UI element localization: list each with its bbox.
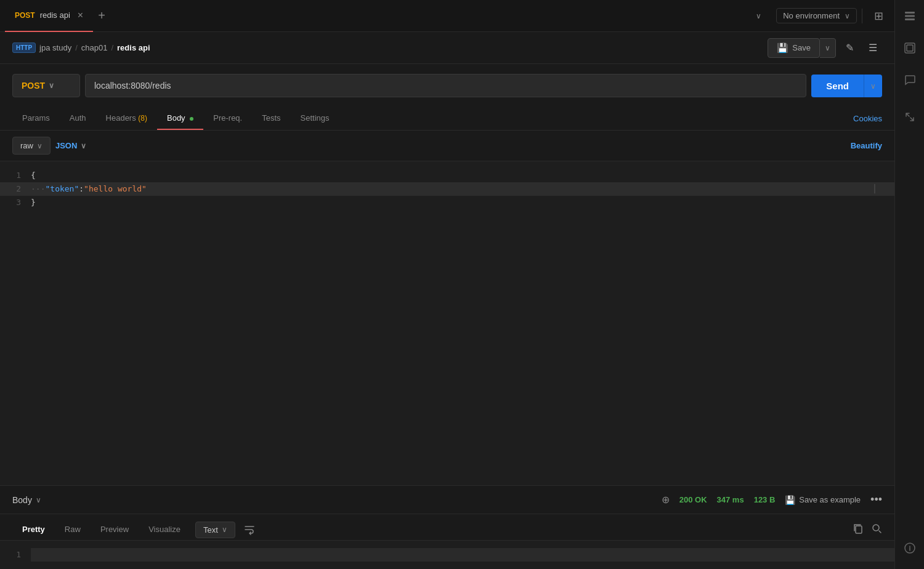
json-value: "hello world" [84,184,147,193]
collection-sidebar-icon[interactable] [899,5,921,27]
line-num-3: 3 [0,196,31,209]
line-content-2: ···"token":"hello world" [31,182,147,196]
raw-selector[interactable]: raw ∨ [12,137,51,155]
response-editor[interactable]: 1 [0,541,894,569]
response-area: Body ∨ ⊕ 200 OK 347 ms 123 B 💾 Save as e… [0,485,894,569]
collection-tab-icon[interactable]: ⊞ [867,5,890,27]
tab-prereq[interactable]: Pre-req. [203,107,252,130]
text-selector[interactable]: Text ∨ [195,522,235,538]
svg-rect-6 [907,45,913,51]
response-line-num-1: 1 [0,548,31,562]
response-body-chevron-icon[interactable]: ∨ [36,496,41,504]
beautify-button[interactable]: Beautify [851,141,882,150]
breadcrumb-current: redis api [117,43,150,52]
breadcrumb-actions: 💾 Save ∨ ✎ ☰ [768,38,882,58]
tab-params[interactable]: Params [12,107,60,130]
tab-dropdown-icon[interactable]: ∨ [756,12,761,20]
json-selector[interactable]: JSON ∨ [55,141,86,150]
save-button[interactable]: 💾 Save [768,38,820,58]
tab-close-icon[interactable]: × [78,10,83,21]
json-chevron-icon: ∨ [81,142,86,150]
breadcrumb-part2: chap01 [81,43,108,52]
text-chevron-icon: ∨ [222,525,227,534]
res-tab-pretty-label: Pretty [22,525,45,534]
res-tab-raw[interactable]: Raw [55,520,91,540]
tab-auth[interactable]: Auth [60,107,96,130]
tab-headers[interactable]: Headers (8) [96,107,157,130]
url-input[interactable] [85,74,806,97]
save-example-label: Save as example [799,495,861,504]
status-time: 347 ms [717,495,744,504]
tab-settings[interactable]: Settings [291,107,339,130]
search-response-button[interactable] [871,523,882,536]
status-size: 123 B [754,495,776,504]
res-tab-preview-label: Preview [100,525,129,534]
code-editor[interactable]: 1 { 2 ···"token":"hello world" │ 3 } [0,161,894,485]
http-badge: HTTP [12,42,36,53]
save-example-button[interactable]: 💾 Save as example [785,495,861,505]
raw-label: raw [20,141,33,150]
tab-add-button[interactable]: + [93,9,110,23]
line-content-3: } [31,196,36,209]
breadcrumb-part1: jpa study [39,43,71,52]
code-line-3: 3 } [0,196,894,209]
tab-body[interactable]: Body [157,107,203,130]
breadcrumb-bar: HTTP jpa study / chap01 / redis api 💾 Sa… [0,32,894,64]
line-num-2: 2 [0,182,31,196]
tab-method: POST [15,11,35,20]
comment-sidebar-icon[interactable] [899,69,921,91]
send-dropdown-button[interactable]: ∨ [864,75,882,97]
method-label: POST [22,81,45,91]
res-tab-visualize-label: Visualize [148,525,180,534]
tab-bar: POST redis api × + ∨ No environment ∨ ⊞ [0,0,894,32]
svg-rect-4 [905,18,915,20]
tab-divider [862,9,862,23]
send-button[interactable]: Send [811,75,864,97]
save-dropdown-button[interactable]: ∨ [820,38,836,58]
main-content: POST redis api × + ∨ No environment ∨ ⊞ … [0,0,894,569]
save-label: Save [792,43,811,52]
method-selector[interactable]: POST ∨ [12,74,80,97]
url-bar: POST ∨ Send ∨ [0,64,894,107]
more-options-button[interactable]: ••• [870,493,882,506]
doc-icon: ☰ [869,42,877,53]
line-content-1: { [31,169,36,182]
save-floppy-icon: 💾 [777,42,788,54]
expand-sidebar-icon[interactable] [899,106,921,128]
response-line-content-1 [31,548,894,562]
wrap-icon[interactable] [240,519,259,540]
response-tab-actions [853,523,882,536]
right-sidebar [894,0,924,569]
code-line-2: 2 ···"token":"hello world" │ [0,182,894,196]
copy-response-button[interactable] [853,523,864,536]
globe-icon[interactable]: ⊕ [662,494,670,506]
env-label: No environment [783,11,840,20]
res-tab-visualize[interactable]: Visualize [139,520,190,540]
env-chevron-icon: ∨ [845,12,850,20]
res-tab-pretty[interactable]: Pretty [12,520,55,540]
edit-icon: ✎ [846,42,854,53]
res-tab-raw-label: Raw [65,525,81,534]
tab-tests[interactable]: Tests [252,107,290,130]
send-chevron-icon: ∨ [870,82,876,91]
tab-redis-api[interactable]: POST redis api × [5,0,93,32]
cookies-link[interactable]: Cookies [853,114,882,123]
edit-button[interactable]: ✎ [841,38,859,57]
doc-button[interactable]: ☰ [864,38,882,57]
save-example-floppy-icon: 💾 [785,495,795,505]
svg-rect-2 [905,12,915,14]
request-tabs: Params Auth Headers (8) Body Pre-req. Te… [0,107,894,131]
tab-headers-label: Headers [106,113,136,123]
response-status: ⊕ 200 OK 347 ms 123 B 💾 Save as example … [662,493,882,506]
body-active-dot [190,117,193,121]
environment-selector[interactable]: No environment ∨ [776,8,857,23]
tab-params-label: Params [22,113,50,123]
line-num-1: 1 [0,169,31,182]
tab-name: redis api [40,10,70,20]
env-sidebar-icon[interactable] [899,37,921,59]
info-sidebar-icon[interactable] [899,537,921,559]
breadcrumb-sep1: / [75,43,78,52]
headers-badge: (8) [138,114,147,123]
tab-body-label: Body [167,113,185,123]
res-tab-preview[interactable]: Preview [91,520,139,540]
